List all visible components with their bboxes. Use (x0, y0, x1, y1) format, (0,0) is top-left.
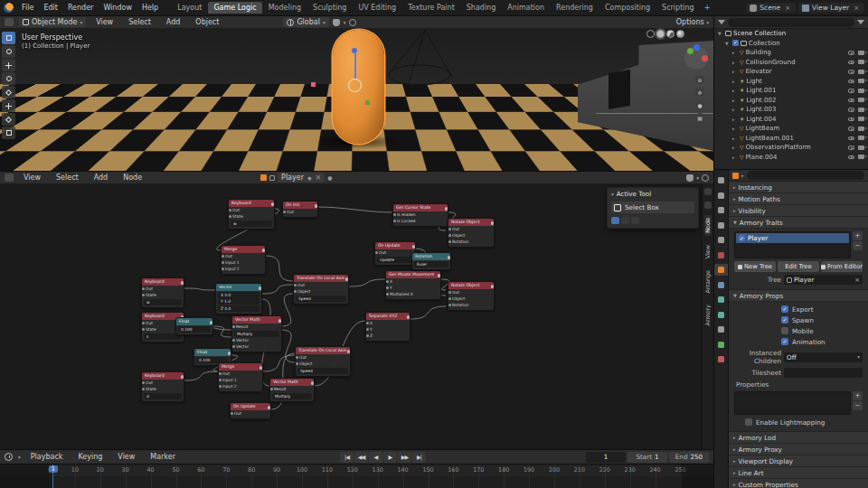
editor-type-icon[interactable] (5, 174, 14, 182)
camera-visibility-icon[interactable] (858, 127, 864, 131)
gizmo-z-axis[interactable] (354, 53, 356, 79)
workspace-tab-shading[interactable]: Shading (461, 2, 502, 14)
sidebar-tab-view[interactable]: View (704, 242, 712, 261)
logic-node-translate-on-local-axis[interactable]: Translate On Local AxisOutObjectSpeed (293, 274, 349, 305)
logic-node-on-init[interactable]: On InitOut (282, 201, 318, 218)
menu-file[interactable]: File (17, 3, 38, 13)
node-socket-row[interactable]: Out (219, 371, 262, 377)
camera-visibility-icon[interactable] (858, 117, 864, 121)
section-armory-props[interactable]: ▼ Armory Props (729, 290, 868, 302)
outliner-row-lightbeam[interactable]: ▸▽LightBeam (714, 124, 868, 134)
workspace-tab-compositing[interactable]: Compositing (599, 2, 656, 14)
outliner-collection-row[interactable]: ▼ ✓ Collection (714, 39, 868, 49)
node-socket-row[interactable]: Out (229, 207, 274, 213)
logic-node-on-update[interactable]: On UpdateOutUpdate (374, 241, 416, 266)
tool-tab[interactable] (621, 217, 629, 224)
node-socket-row[interactable]: Euler (414, 261, 448, 267)
node-tree-selector[interactable]: Player ◆ × ● (260, 173, 332, 183)
scene-selector[interactable]: Scene × (746, 3, 796, 13)
gizmo-y-handle[interactable] (365, 100, 370, 105)
workspace-tab-texture-paint[interactable]: Texture Paint (402, 2, 460, 14)
tool-tab[interactable] (631, 217, 639, 224)
options-menu[interactable]: Options ▾ (676, 18, 709, 26)
outliner-row-observationplatform[interactable]: ▸▽ObservationPlatform (714, 143, 868, 153)
workspace-tab-animation[interactable]: Animation (502, 2, 550, 14)
node-socket-row[interactable]: Out (296, 354, 350, 361)
eye-visibility-icon[interactable] (848, 145, 854, 150)
viewport-menu-view[interactable]: View (91, 17, 118, 27)
node-socket-row[interactable]: Out (142, 286, 184, 292)
node-socket-row[interactable]: Out (448, 289, 494, 296)
play-reverse-button[interactable]: ◀ (369, 452, 382, 463)
next-keyframe-button[interactable]: ▶▶ (398, 452, 411, 463)
node-socket-row[interactable]: Result (232, 324, 281, 330)
node-socket-row[interactable]: Multiply (234, 331, 279, 337)
trait-checkbox[interactable]: ✓ (739, 235, 745, 241)
tool-annotate-button[interactable] (2, 113, 15, 126)
node-socket-row[interactable]: Out (375, 249, 415, 256)
pin-icon[interactable]: ● (327, 174, 332, 181)
node-socket-row[interactable]: Is Hidden (393, 211, 448, 218)
menu-window[interactable]: Window (99, 3, 137, 13)
collapse-icon[interactable]: ▼ (718, 31, 723, 36)
logic-node-separate-xyz[interactable]: Separate XYZXYZ (365, 312, 410, 342)
scene-unlink-icon[interactable]: × (783, 5, 792, 12)
node-menu-node[interactable]: Node (118, 173, 146, 183)
logic-node-vector[interactable]: VectorX 0.0Y 1.0Z 0.0 (215, 283, 262, 314)
node-socket-row[interactable]: Object (448, 296, 494, 302)
tilesheet-field[interactable] (784, 368, 863, 378)
blender-logo-icon[interactable] (4, 3, 14, 13)
collapse-icon[interactable]: ▼ (725, 41, 731, 46)
modifiers-properties-tab[interactable] (714, 279, 728, 291)
object-properties-tab[interactable] (714, 264, 728, 276)
timeline-ruler[interactable]: 0102030405060708090100110120130140150160… (0, 465, 713, 488)
zoom-icon[interactable]: ⊕ (695, 75, 704, 84)
axis-z-dot[interactable] (693, 44, 700, 51)
node-socket-row[interactable]: Out (222, 253, 265, 259)
sidebar-tab-node[interactable]: Node (704, 215, 712, 236)
play-button[interactable]: ▶ (383, 452, 397, 463)
remove-property-button[interactable]: − (853, 401, 863, 410)
node-socket-row[interactable]: Y 1.0 (218, 298, 259, 305)
sidebar-tab-arrange[interactable]: Arrange (704, 267, 712, 296)
active-tool-header[interactable]: ▾ Active Tool (608, 188, 698, 200)
timeline-menu-marker[interactable]: Marker (146, 452, 180, 462)
node-socket-row[interactable]: X (386, 278, 440, 285)
sidebar-tab-armory[interactable]: Armory (704, 302, 712, 328)
tool-measure-button[interactable] (2, 127, 15, 139)
outliner-row-plane-004[interactable]: ▸▽Plane.004 (714, 153, 868, 163)
gizmo-x-handle[interactable] (311, 82, 316, 87)
eye-visibility-icon[interactable] (848, 127, 854, 131)
camera-visibility-icon[interactable] (858, 108, 864, 112)
tool-cursor-button[interactable] (2, 45, 15, 58)
render-properties-tab[interactable] (714, 190, 728, 202)
tool-transform-button[interactable] (2, 99, 15, 112)
node-socket-row[interactable]: Result (270, 386, 314, 392)
export-checkbox[interactable]: ✓ (781, 305, 788, 313)
wireframe-shading-icon[interactable] (646, 30, 655, 38)
eye-visibility-icon[interactable] (848, 155, 854, 160)
gizmo-z-handle[interactable] (352, 48, 357, 53)
menu-render[interactable]: Render (63, 3, 98, 13)
node-socket-row[interactable]: Multiplied X (386, 291, 440, 297)
logic-node-float[interactable]: Float0.100 (175, 317, 213, 335)
proportional-edit-icon[interactable] (349, 19, 356, 26)
filter-icon[interactable] (718, 20, 725, 24)
mode-selector[interactable]: Object Mode ▾ (19, 17, 86, 27)
viewport-3d[interactable]: User Perspective (1) Collection | Player… (0, 28, 713, 171)
constraints-properties-tab[interactable] (714, 324, 728, 335)
expand-icon[interactable]: ▸ (732, 155, 738, 160)
axis-y-dot[interactable] (687, 48, 693, 54)
material-properties-tab[interactable] (714, 353, 728, 365)
frame-end-field[interactable]: End250 (669, 452, 709, 463)
outliner-row-elevator[interactable]: ▸▽Elevator (714, 67, 868, 77)
new-tree-button[interactable]: New Tree (734, 261, 776, 272)
node-socket-row[interactable]: w (144, 299, 182, 305)
sidebar-icon[interactable] (704, 202, 712, 209)
sidebar-icon[interactable] (704, 188, 712, 195)
active-tool-row[interactable]: Select Box (611, 202, 694, 213)
workspace-tab-uv-editing[interactable]: UV Editing (353, 2, 401, 14)
node-socket-row[interactable]: Y (386, 285, 440, 291)
clock-icon[interactable] (5, 453, 13, 461)
current-frame-field[interactable]: 1 (586, 452, 626, 463)
